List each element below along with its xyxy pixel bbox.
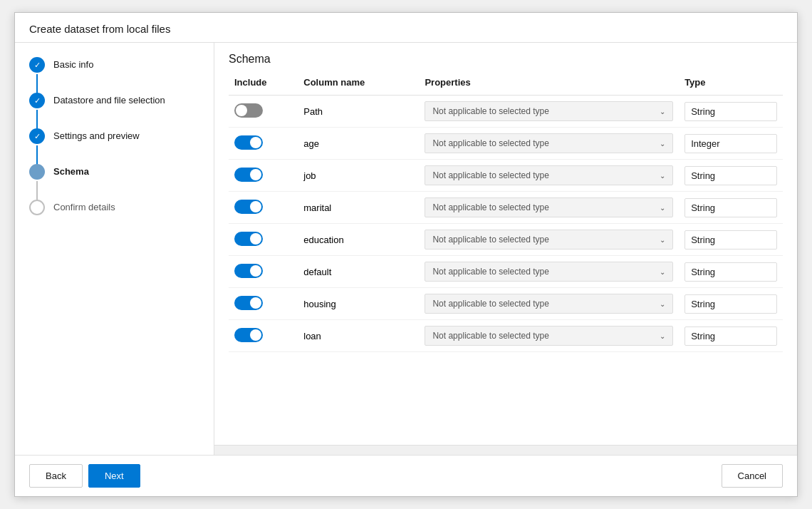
chevron-down-icon: ⌄ — [660, 300, 665, 308]
properties-text-7: Not applicable to selected type — [432, 331, 548, 341]
table-row: jobNot applicable to selected type⌄ — [229, 160, 783, 192]
check-icon: ✓ — [34, 61, 41, 69]
step-circle-basic-info: ✓ — [29, 57, 45, 73]
step-label-settings-preview: Settings and preview — [53, 128, 140, 141]
type-cell-4 — [679, 224, 783, 256]
step-connector-row-3 — [29, 180, 199, 200]
column-name-cell-7: loan — [298, 320, 419, 352]
properties-text-5: Not applicable to selected type — [432, 267, 548, 277]
step-label-confirm-details: Confirm details — [53, 200, 115, 212]
include-toggle-2[interactable] — [234, 168, 263, 182]
include-toggle-6[interactable] — [234, 296, 263, 310]
toggle-knob-6 — [250, 297, 261, 309]
table-row: defaultNot applicable to selected type⌄ — [229, 256, 783, 288]
chevron-down-icon: ⌄ — [660, 108, 665, 115]
chevron-down-icon: ⌄ — [660, 268, 665, 276]
create-dataset-dialog: Create dataset from local files ✓Basic i… — [14, 12, 798, 497]
dialog-footer: Back Next Cancel — [15, 455, 797, 496]
sidebar-step-basic-info[interactable]: ✓Basic info — [29, 57, 199, 73]
properties-cell-3: Not applicable to selected type⌄ — [419, 192, 679, 224]
col-header-include: Include — [229, 73, 298, 96]
properties-dropdown-1[interactable]: Not applicable to selected type⌄ — [425, 133, 673, 153]
properties-cell-2: Not applicable to selected type⌄ — [419, 160, 679, 192]
dialog-header: Create dataset from local files — [15, 13, 797, 43]
include-toggle-3[interactable] — [234, 200, 263, 214]
table-row: housingNot applicable to selected type⌄ — [229, 288, 783, 320]
step-circle-settings-preview: ✓ — [29, 128, 45, 144]
cancel-button[interactable]: Cancel — [722, 464, 783, 488]
include-toggle-4[interactable] — [234, 232, 263, 246]
type-input-1[interactable] — [685, 134, 777, 153]
type-input-7[interactable] — [685, 327, 777, 346]
include-cell-1 — [229, 128, 298, 160]
step-circle-schema — [29, 164, 45, 180]
properties-text-3: Not applicable to selected type — [432, 202, 548, 212]
next-button[interactable]: Next — [88, 464, 140, 488]
table-row: educationNot applicable to selected type… — [229, 224, 783, 256]
chevron-down-icon: ⌄ — [660, 332, 665, 340]
step-label-schema: Schema — [53, 164, 89, 177]
schema-table: IncludeColumn namePropertiesType PathNot… — [229, 73, 783, 352]
include-toggle-5[interactable] — [234, 264, 263, 278]
properties-dropdown-6[interactable]: Not applicable to selected type⌄ — [425, 294, 673, 314]
back-button[interactable]: Back — [29, 464, 83, 488]
include-toggle-1[interactable] — [234, 135, 263, 150]
sidebar-step-confirm-details: Confirm details — [29, 200, 199, 215]
schema-table-container[interactable]: IncludeColumn namePropertiesType PathNot… — [214, 73, 797, 445]
properties-dropdown-0[interactable]: Not applicable to selected type⌄ — [425, 101, 673, 121]
properties-dropdown-2[interactable]: Not applicable to selected type⌄ — [425, 165, 673, 185]
include-cell-7 — [229, 320, 298, 352]
type-cell-0 — [679, 96, 783, 128]
step-circle-confirm-details — [29, 200, 45, 215]
type-input-6[interactable] — [685, 294, 777, 314]
step-connector-row-0 — [29, 73, 199, 93]
column-name-cell-6: housing — [298, 288, 419, 320]
chevron-down-icon: ⌄ — [660, 204, 665, 212]
properties-text-6: Not applicable to selected type — [432, 299, 548, 309]
sidebar-step-datastore-file-selection[interactable]: ✓Datastore and file selection — [29, 93, 199, 108]
step-connector-row-1 — [29, 108, 199, 128]
include-toggle-0[interactable] — [234, 103, 263, 118]
type-input-0[interactable] — [685, 102, 777, 121]
chevron-down-icon: ⌄ — [660, 140, 665, 148]
column-name-cell-2: job — [298, 160, 419, 192]
properties-cell-0: Not applicable to selected type⌄ — [419, 96, 679, 128]
toggle-knob-2 — [250, 169, 261, 180]
properties-text-1: Not applicable to selected type — [432, 138, 548, 148]
sidebar-step-settings-preview[interactable]: ✓Settings and preview — [29, 128, 199, 144]
include-cell-3 — [229, 192, 298, 224]
type-cell-7 — [679, 320, 783, 352]
sidebar-step-schema[interactable]: Schema — [29, 164, 199, 180]
toggle-knob-3 — [250, 201, 261, 212]
include-cell-6 — [229, 288, 298, 320]
table-row: ageNot applicable to selected type⌄ — [229, 128, 783, 160]
column-name-cell-3: marital — [298, 192, 419, 224]
step-icon-col-confirm-details — [29, 200, 45, 215]
properties-cell-7: Not applicable to selected type⌄ — [419, 320, 679, 352]
table-row: loanNot applicable to selected type⌄ — [229, 320, 783, 352]
properties-dropdown-4[interactable]: Not applicable to selected type⌄ — [425, 230, 673, 250]
toggle-knob-7 — [250, 329, 261, 341]
column-name-cell-5: default — [298, 256, 419, 288]
toggle-knob-4 — [250, 233, 261, 245]
horizontal-scrollbar[interactable] — [214, 445, 797, 455]
step-label-basic-info: Basic info — [53, 57, 93, 70]
properties-dropdown-5[interactable]: Not applicable to selected type⌄ — [425, 262, 673, 282]
type-cell-1 — [679, 128, 783, 160]
type-input-5[interactable] — [685, 262, 777, 282]
type-input-2[interactable] — [685, 166, 777, 185]
col-header-type: Type — [679, 73, 783, 96]
col-header-properties: Properties — [419, 73, 679, 96]
include-cell-0 — [229, 96, 298, 128]
sidebar: ✓Basic info✓Datastore and file selection… — [15, 43, 214, 455]
type-input-3[interactable] — [685, 198, 777, 217]
include-cell-4 — [229, 224, 298, 256]
properties-text-2: Not applicable to selected type — [432, 170, 548, 180]
step-icon-col-datastore-file-selection: ✓ — [29, 93, 45, 108]
type-input-4[interactable] — [685, 230, 777, 250]
properties-cell-1: Not applicable to selected type⌄ — [419, 128, 679, 160]
step-connector-row-2 — [29, 144, 199, 164]
properties-dropdown-7[interactable]: Not applicable to selected type⌄ — [425, 326, 673, 346]
properties-dropdown-3[interactable]: Not applicable to selected type⌄ — [425, 197, 673, 217]
include-toggle-7[interactable] — [234, 328, 263, 342]
